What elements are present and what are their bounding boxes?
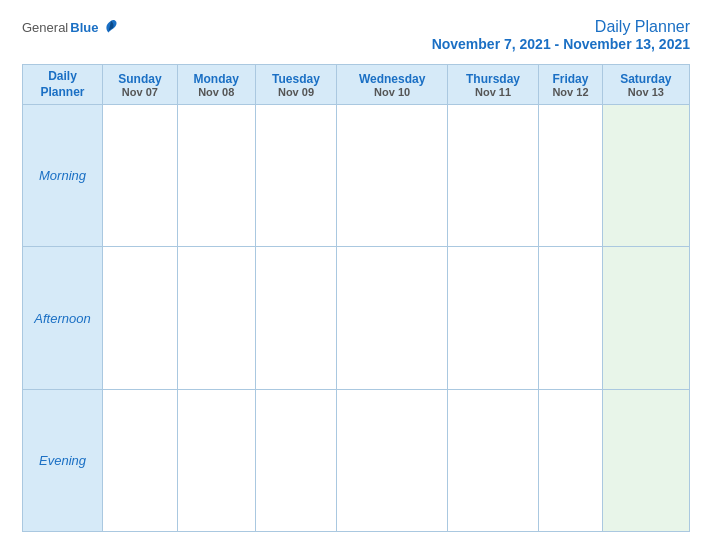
corner-label: Daily Planner bbox=[40, 69, 84, 99]
header: General Blue Daily Planner November 7, 2… bbox=[22, 18, 690, 52]
day-header-friday: Friday Nov 12 bbox=[539, 65, 603, 105]
cell-afternoon-monday[interactable] bbox=[177, 247, 255, 389]
logo-area: General Blue bbox=[22, 18, 120, 36]
cell-afternoon-saturday[interactable] bbox=[602, 247, 689, 389]
day-header-thursday: Thursday Nov 11 bbox=[447, 65, 538, 105]
cell-evening-friday[interactable] bbox=[539, 389, 603, 531]
day-header-wednesday: Wednesday Nov 10 bbox=[337, 65, 448, 105]
day-header-saturday: Saturday Nov 13 bbox=[602, 65, 689, 105]
logo-blue-text: Blue bbox=[70, 20, 98, 35]
cell-afternoon-wednesday[interactable] bbox=[337, 247, 448, 389]
cell-morning-monday[interactable] bbox=[177, 105, 255, 247]
page: General Blue Daily Planner November 7, 2… bbox=[0, 0, 712, 550]
cell-evening-tuesday[interactable] bbox=[255, 389, 337, 531]
calendar-table: Daily Planner Sunday Nov 07 Monday Nov 0… bbox=[22, 64, 690, 532]
cell-evening-thursday[interactable] bbox=[447, 389, 538, 531]
cell-afternoon-friday[interactable] bbox=[539, 247, 603, 389]
cell-morning-sunday[interactable] bbox=[103, 105, 178, 247]
logo-general-text: General bbox=[22, 20, 68, 35]
logo-icon bbox=[102, 18, 120, 36]
day-header-monday: Monday Nov 08 bbox=[177, 65, 255, 105]
cell-afternoon-tuesday[interactable] bbox=[255, 247, 337, 389]
cell-evening-monday[interactable] bbox=[177, 389, 255, 531]
cell-afternoon-sunday[interactable] bbox=[103, 247, 178, 389]
day-header-sunday: Sunday Nov 07 bbox=[103, 65, 178, 105]
label-morning: Morning bbox=[23, 105, 103, 247]
cell-evening-wednesday[interactable] bbox=[337, 389, 448, 531]
logo: General Blue bbox=[22, 18, 120, 36]
cell-morning-wednesday[interactable] bbox=[337, 105, 448, 247]
header-row: Daily Planner Sunday Nov 07 Monday Nov 0… bbox=[23, 65, 690, 105]
row-morning: Morning bbox=[23, 105, 690, 247]
cell-morning-tuesday[interactable] bbox=[255, 105, 337, 247]
cell-morning-friday[interactable] bbox=[539, 105, 603, 247]
cell-morning-thursday[interactable] bbox=[447, 105, 538, 247]
row-evening: Evening bbox=[23, 389, 690, 531]
title-area: Daily Planner November 7, 2021 - Novembe… bbox=[432, 18, 690, 52]
row-afternoon: Afternoon bbox=[23, 247, 690, 389]
cell-morning-saturday[interactable] bbox=[602, 105, 689, 247]
page-title: Daily Planner bbox=[432, 18, 690, 36]
label-afternoon: Afternoon bbox=[23, 247, 103, 389]
label-evening: Evening bbox=[23, 389, 103, 531]
cell-evening-saturday[interactable] bbox=[602, 389, 689, 531]
day-header-tuesday: Tuesday Nov 09 bbox=[255, 65, 337, 105]
cell-afternoon-thursday[interactable] bbox=[447, 247, 538, 389]
cell-evening-sunday[interactable] bbox=[103, 389, 178, 531]
date-range: November 7, 2021 - November 13, 2021 bbox=[432, 36, 690, 52]
corner-header: Daily Planner bbox=[23, 65, 103, 105]
